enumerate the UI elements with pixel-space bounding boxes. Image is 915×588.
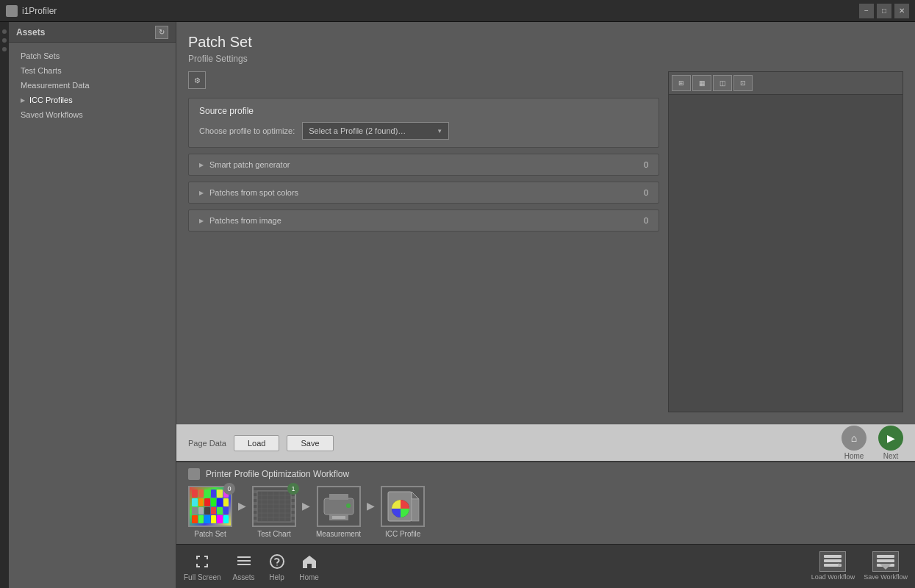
svg-rect-13 [329,494,348,500]
save-button[interactable]: Save [287,435,333,451]
source-profile-section: Source profile Choose profile to optimiz… [188,98,659,148]
sidebar-item-test-charts[interactable]: Test Charts [9,63,176,78]
workflow-header: Printer Profile Optimization Workflow [188,468,903,480]
full-screen-tool[interactable]: Full Screen [184,551,221,581]
patch-set-area: Patch Set Profile Settings ⚙ Source prof… [176,22,915,424]
full-screen-icon [192,551,212,572]
printer-svg [320,490,357,523]
patches-from-image-label: Patches from image [209,216,628,225]
sidebar-item-patch-sets[interactable]: Patch Sets [9,49,176,63]
step-arrow-3: ▶ [361,500,381,512]
ps-right-btn-grid[interactable]: ⊞ [672,75,691,91]
profile-dropdown[interactable]: Select a Profile (2 found)… ▼ [302,122,449,140]
patches-from-spot-colors-label: Patches from spot colors [209,188,628,197]
ps-right-content [669,95,903,412]
home-icon [299,551,320,572]
step-arrow-2: ▶ [296,500,316,512]
assets-icon [234,551,254,572]
load-button[interactable]: Load [234,435,279,451]
svg-rect-22 [237,560,251,562]
bottom-bar-right: ⌂ Home ▶ Next [842,426,903,460]
sidebar-item-measurement-data[interactable]: Measurement Data [9,78,176,93]
source-profile-row: Choose profile to optimize: Select a Pro… [199,122,648,140]
page-data-label: Page Data [188,439,226,448]
ps-right-btn-detail[interactable]: ⊡ [733,75,753,91]
workflow-step-patch-set[interactable]: 0 [188,486,232,538]
help-label: Help [269,573,284,581]
ps-right-toolbar: ⊞ ▦ ◫ ⊡ [669,72,903,95]
sidebar-item-label: Measurement Data [21,81,90,90]
svg-rect-27 [824,559,842,562]
workflow-step-icc-profile[interactable]: ICC Profile [381,486,425,538]
svg-rect-19 [412,499,419,521]
workflow-title: Printer Profile Optimization Workflow [206,469,349,479]
sidebar-refresh-button[interactable]: ↻ [155,26,168,39]
svg-point-25 [276,564,278,566]
sidebar-title: Assets [16,27,45,37]
svg-rect-21 [237,556,251,558]
smart-patch-generator-row[interactable]: ▶ Smart patch generator 0 [188,154,659,176]
ps-body: ⚙ Source profile Choose profile to optim… [188,71,903,412]
ps-right-btn-view[interactable]: ◫ [713,75,732,91]
load-workflow-label: Load Workflow [811,573,855,581]
titlebar-left: i1Profiler [6,5,57,17]
patches-from-spot-colors-count: 0 [634,188,648,197]
load-workflow-button[interactable]: Load Workflow [811,551,855,581]
step-label-measurement: Measurement [316,530,361,538]
patch-set-subtitle: Profile Settings [188,54,903,64]
next-nav-button[interactable]: ▶ Next [878,426,903,460]
source-profile-label: Source profile [199,106,648,116]
close-button[interactable]: ✕ [894,4,909,18]
load-workflow-icon [819,551,846,572]
minimize-button[interactable]: − [859,4,874,18]
maximize-button[interactable]: □ [877,4,891,18]
bottom-tools-right: Load Workflow Save Workflow [811,551,908,581]
sidebar-item-icc-profiles[interactable]: ▶ ICC Profiles [9,93,176,107]
section-expand-icon: ▶ [199,190,204,196]
smart-patch-generator-count: 0 [634,160,648,169]
svg-rect-15 [332,516,345,519]
sidebar-header: Assets ↻ [9,22,176,43]
save-workflow-icon [872,551,899,572]
sidebar-nav: Patch Sets Test Charts Measurement Data … [9,43,176,588]
profile-dropdown-value: Select a Profile (2 found)… [309,126,406,135]
patches-from-image-row[interactable]: ▶ Patches from image 0 [188,209,659,232]
svg-rect-30 [877,555,894,558]
assets-tool[interactable]: Assets [233,551,255,581]
full-screen-label: Full Screen [184,573,221,581]
svg-rect-0 [257,491,291,522]
app-title: i1Profiler [22,6,57,16]
sidebar-item-label: Test Charts [21,66,62,75]
workflow-icon [188,468,200,480]
ps-right-btn-list[interactable]: ▦ [692,75,711,91]
patches-from-spot-colors-row[interactable]: ▶ Patches from spot colors 0 [188,182,659,204]
ps-settings-button[interactable]: ⚙ [188,71,206,89]
sidebar: Assets ↻ Patch Sets Test Charts Measurem… [9,22,176,588]
app-icon [6,5,18,17]
bottom-bar-left: Page Data Load Save [188,435,334,451]
ps-left: ⚙ Source profile Choose profile to optim… [188,71,659,412]
svg-rect-23 [237,564,251,565]
patches-from-image-count: 0 [634,216,648,225]
workflow-step-measurement[interactable]: Measurement [316,486,361,538]
bottom-toolbar: Full Screen Assets [176,544,915,588]
settings-icon: ⚙ [194,76,201,85]
home-tool[interactable]: Home [299,551,320,581]
strip-dot [2,29,7,34]
sidebar-item-label: ICC Profiles [29,96,73,104]
step-arrow-1: ▶ [232,500,252,512]
strip-dot [2,47,7,51]
next-nav-icon: ▶ [878,426,903,451]
workflow-step-test-chart[interactable]: 1 [252,486,296,538]
save-workflow-button[interactable]: Save Workflow [864,551,908,581]
svg-point-24 [270,555,284,568]
step-badge-test-chart: 1 [287,483,299,495]
assets-label: Assets [233,573,255,581]
help-tool[interactable]: Help [267,551,287,581]
sidebar-item-saved-workflows[interactable]: Saved Workflows [9,107,176,122]
sidebar-item-label: Patch Sets [21,51,60,60]
titlebar-controls: − □ ✕ [859,4,909,18]
home-nav-button[interactable]: ⌂ Home [842,426,866,460]
chart-svg [256,490,293,523]
sidebar-arrow-icon: ▶ [21,97,25,104]
